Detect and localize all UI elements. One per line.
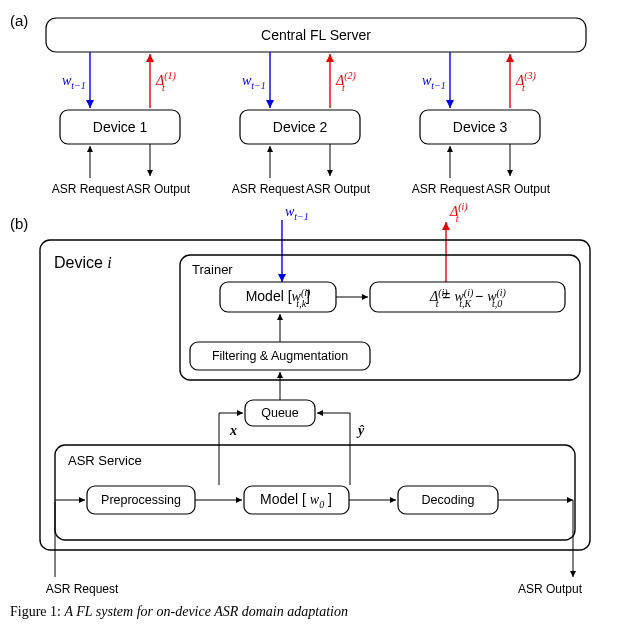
delta-label-3: Δ(3)t [515, 70, 537, 93]
subfig-a-label: (a) [10, 12, 28, 29]
figure-caption: Figure 1: A FL system for on-device ASR … [10, 604, 610, 620]
queue-label: Queue [261, 406, 299, 420]
trainer-title: Trainer [192, 262, 233, 277]
delta-out-label-b: Δ(i)t [449, 201, 468, 224]
delta-label-1: Δ(1)t [155, 70, 177, 93]
device-i-title: Device i [54, 254, 112, 271]
delta-label-2: Δ(2)t [335, 70, 357, 93]
device-2-label: Device 2 [273, 119, 328, 135]
server-title: Central FL Server [261, 27, 371, 43]
asr-out-1: ASR Output [126, 182, 191, 196]
decoding-label: Decoding [422, 493, 475, 507]
yhat-label: ŷ [356, 423, 365, 438]
subfig-b-label: (b) [10, 215, 28, 232]
w-label-2: wt−1 [242, 73, 266, 91]
w-label-1: wt−1 [62, 73, 86, 91]
subfig-a: Central FL Server Device 1 wt−1 Δ(1)t AS… [10, 10, 610, 200]
yhat-to-queue-arrow [317, 413, 350, 485]
asr-out-2: ASR Output [306, 182, 371, 196]
asr-req-2: ASR Request [232, 182, 305, 196]
asr-out-3: ASR Output [486, 182, 551, 196]
x-label: x [229, 423, 237, 438]
asr-out-b: ASR Output [518, 582, 583, 596]
asr-req-1: ASR Request [52, 182, 125, 196]
asr-req-3: ASR Request [412, 182, 485, 196]
asr-service-title: ASR Service [68, 453, 142, 468]
asr-req-b: ASR Request [46, 582, 119, 596]
device-3-label: Device 3 [453, 119, 508, 135]
caption-rest: A FL system for on-device ASR domain ada… [64, 604, 347, 619]
caption-prefix: Figure 1: [10, 604, 61, 619]
w-in-label-b: wt−1 [285, 204, 309, 222]
figure: (a) (b) Central FL Server Device 1 wt−1 … [10, 10, 610, 620]
device-1-label: Device 1 [93, 119, 148, 135]
w-label-3: wt−1 [422, 73, 446, 91]
subfig-b: wt−1 Δ(i)t Device i Trainer Model [w(i)t… [10, 200, 610, 600]
filter-label: Filtering & Augmentation [212, 349, 348, 363]
preproc-label: Preprocessing [101, 493, 181, 507]
